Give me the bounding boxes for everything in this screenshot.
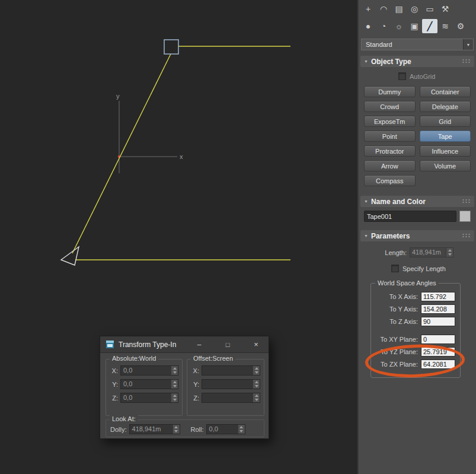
dialog-titlebar[interactable]: Transform Type-In – □ ×: [100, 336, 269, 353]
length-spinner-field[interactable]: 418,941m: [410, 247, 453, 257]
roll-field[interactable]: 0,0: [206, 424, 245, 434]
tape-end-arrowhead[interactable]: [61, 247, 79, 265]
autogrid-checkbox[interactable]: [398, 72, 406, 80]
helpers-category-icon[interactable]: ╱: [422, 19, 437, 33]
length-value[interactable]: 418,941m: [410, 248, 446, 257]
tape-diagonal-line[interactable]: [72, 54, 171, 253]
spacewarps-category-icon[interactable]: ≋: [437, 19, 453, 33]
tape-button[interactable]: Tape: [420, 131, 471, 142]
off-y-value[interactable]: [202, 380, 253, 389]
object-name-input[interactable]: [364, 211, 456, 222]
to-y-axis-field[interactable]: 154.208: [421, 304, 455, 314]
abs-x-row: X: 0,0: [110, 365, 178, 376]
abs-z-field[interactable]: 0,0: [120, 393, 178, 403]
abs-y-spinner[interactable]: [171, 380, 178, 389]
off-x-field[interactable]: [202, 365, 260, 376]
off-x-spinner[interactable]: [253, 366, 260, 375]
modify-panel-icon[interactable]: ◠: [376, 2, 391, 16]
dolly-label: Dolly:: [110, 426, 127, 433]
delegate-button[interactable]: Delegate: [420, 101, 471, 112]
off-y-field[interactable]: [202, 379, 260, 389]
command-panel: + ◠ ▤ ◎ ▭ ⚒ ● ◔ ☼ ▣ ╱ ≋ ⚙ Standard ▼ ▼ O…: [357, 0, 476, 474]
systems-category-icon[interactable]: ⚙: [453, 19, 468, 33]
chevron-down-icon[interactable]: ▼: [463, 39, 473, 50]
to-xy-plane-field[interactable]: 0: [421, 335, 455, 344]
dolly-spinner[interactable]: [172, 425, 180, 434]
to-yz-plane-field[interactable]: 25.7919: [421, 347, 455, 357]
y-label: Y:: [191, 381, 199, 388]
roll-label: Roll:: [191, 426, 204, 433]
shapes-category-icon[interactable]: ◔: [376, 19, 391, 33]
abs-y-field[interactable]: 0,0: [120, 379, 178, 389]
to-zx-plane-label: To ZX Plane:: [376, 361, 421, 368]
z-label: Z:: [191, 395, 199, 402]
abs-z-row: Z: 0,0: [110, 393, 178, 403]
to-x-axis-label: To X Axis:: [376, 293, 421, 300]
dummy-button[interactable]: Dummy: [364, 86, 416, 97]
minimize-icon[interactable]: –: [193, 341, 206, 349]
specify-length-label: Specify Length: [402, 265, 446, 272]
off-y-spinner[interactable]: [253, 380, 260, 389]
rollout-title: Object Type: [371, 58, 411, 66]
crowd-button[interactable]: Crowd: [364, 101, 416, 112]
x-label: X:: [191, 367, 199, 374]
angle-row: To Z Axis: 90: [376, 317, 455, 326]
to-z-axis-field[interactable]: 90: [421, 317, 455, 326]
compass-button[interactable]: Compass: [364, 175, 416, 186]
specify-length-row: Specify Length: [360, 257, 474, 273]
look-at-row: Dolly: 418,941m Roll: 0,0: [110, 424, 260, 434]
volume-button[interactable]: Volume: [420, 160, 471, 171]
object-type-rollout-header[interactable]: ▼ Object Type: [360, 56, 474, 67]
off-z-value[interactable]: [202, 393, 253, 402]
rollout-arrow-icon: ▼: [364, 59, 368, 63]
arrow-button[interactable]: Arrow: [364, 160, 416, 171]
off-z-field[interactable]: [202, 393, 260, 403]
cameras-category-icon[interactable]: ▣: [407, 19, 422, 33]
roll-value[interactable]: 0,0: [207, 425, 238, 434]
abs-x-field[interactable]: 0,0: [120, 365, 178, 376]
to-zx-plane-field[interactable]: 64.2081: [421, 360, 455, 369]
rollout-title: Parameters: [371, 232, 410, 240]
object-type-rollout: ▼ Object Type AutoGrid Dummy Container C…: [360, 56, 474, 193]
display-panel-icon[interactable]: ▭: [422, 2, 437, 16]
object-color-swatch[interactable]: [459, 211, 471, 222]
dolly-value[interactable]: 418,941m: [130, 425, 172, 434]
grid-button[interactable]: Grid: [420, 116, 471, 127]
utilities-panel-icon[interactable]: ⚒: [437, 2, 453, 16]
parameters-rollout-header[interactable]: ▼ Parameters: [360, 230, 474, 241]
to-yz-plane-label: To YZ Plane:: [376, 348, 421, 355]
abs-y-row: Y: 0,0: [110, 379, 178, 389]
abs-z-spinner[interactable]: [171, 393, 178, 402]
length-label: Length:: [376, 249, 407, 256]
length-spinner[interactable]: [446, 248, 453, 257]
off-z-row: Z:: [191, 393, 260, 403]
maximize-icon[interactable]: □: [221, 341, 234, 348]
container-button[interactable]: Container: [420, 86, 471, 97]
to-x-axis-field[interactable]: 115.792: [421, 292, 455, 301]
create-panel-icon[interactable]: +: [360, 2, 376, 16]
off-x-value[interactable]: [202, 366, 253, 375]
transform-type-in-dialog[interactable]: Transform Type-In – □ × Absolute:World X…: [100, 336, 269, 439]
roll-spinner[interactable]: [238, 425, 245, 434]
tape-start-marker[interactable]: [164, 40, 178, 54]
helper-type-dropdown[interactable]: Standard ▼: [361, 39, 474, 50]
angle-row: To Y Axis: 154.208: [376, 304, 455, 314]
abs-z-value[interactable]: 0,0: [121, 393, 171, 402]
influence-button[interactable]: Influence: [420, 145, 471, 157]
motion-panel-icon[interactable]: ◎: [407, 2, 422, 16]
abs-x-value[interactable]: 0,0: [121, 366, 171, 375]
abs-y-value[interactable]: 0,0: [121, 380, 171, 389]
name-color-rollout-header[interactable]: ▼ Name and Color: [360, 196, 474, 207]
hierarchy-panel-icon[interactable]: ▤: [391, 2, 407, 16]
off-z-spinner[interactable]: [253, 393, 260, 402]
exposetm-button[interactable]: ExposeTm: [364, 116, 416, 127]
specify-length-checkbox[interactable]: [391, 265, 399, 272]
absolute-world-group: Absolute:World X: 0,0 Y: 0,0 Z: 0,0: [106, 359, 183, 416]
point-button[interactable]: Point: [364, 131, 416, 142]
close-icon[interactable]: ×: [250, 340, 263, 349]
lights-category-icon[interactable]: ☼: [391, 19, 407, 33]
geometry-category-icon[interactable]: ●: [360, 19, 376, 33]
dolly-field[interactable]: 418,941m: [129, 424, 180, 434]
abs-x-spinner[interactable]: [171, 366, 178, 375]
protractor-button[interactable]: Protractor: [364, 145, 416, 157]
